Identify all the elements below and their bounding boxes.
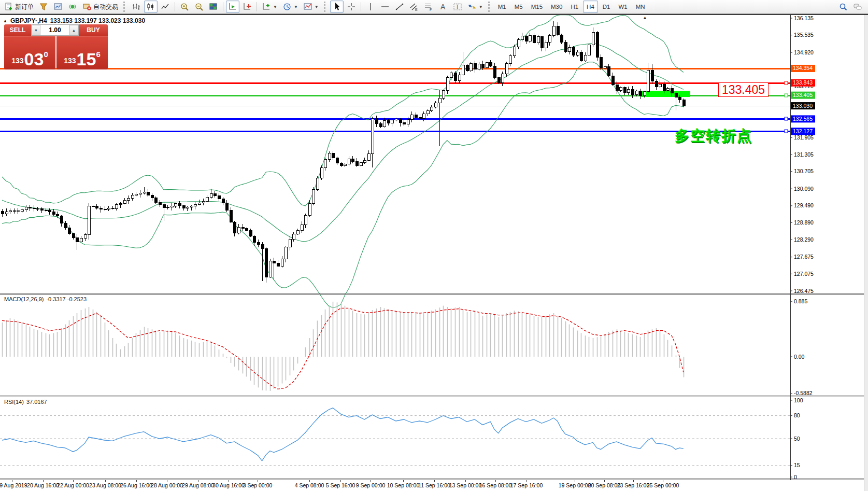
indicators-icon [262, 2, 271, 11]
metaeditor-button[interactable] [51, 1, 65, 13]
svg-text:3 Sep 00:00: 3 Sep 00:00 [243, 482, 273, 488]
svg-text:25 Sep 00:00: 25 Sep 00:00 [647, 482, 679, 488]
line-drag-handle[interactable] [785, 130, 788, 133]
indicators-button[interactable]: ▼ [260, 1, 279, 13]
toolbar-separator [488, 2, 491, 12]
svg-text:50: 50 [794, 436, 800, 442]
macd-values: -0.3317 -0.2523 [46, 296, 87, 302]
search-button[interactable] [836, 1, 850, 13]
rsi-indicator-label: RSI(14)37.0167 [4, 399, 50, 405]
arrows-button[interactable]: ▼ [465, 1, 485, 13]
equidistant-channel-button[interactable]: E [407, 1, 421, 13]
svg-text:128.290: 128.290 [794, 236, 814, 243]
sell-button[interactable]: SELL [4, 24, 31, 36]
chevron-down-icon[interactable]: ▼ [479, 5, 483, 9]
svg-text:20 Sep 08:00: 20 Sep 08:00 [588, 482, 621, 488]
text-button[interactable]: A [436, 1, 450, 13]
timeframe-m30-button[interactable]: M30 [547, 1, 566, 13]
time-axis: 19 Aug 201920 Aug 16:0022 Aug 00:0023 Au… [0, 480, 679, 488]
line-chart-icon [161, 2, 170, 11]
text-label-icon: T [453, 2, 462, 11]
chart-shift-button[interactable] [240, 1, 254, 13]
svg-text:131.905: 131.905 [794, 134, 814, 141]
volume-stepper: ▼ ▲ [31, 24, 79, 36]
bollinger-middle-band [2, 43, 684, 242]
zoom-out-button[interactable] [192, 1, 206, 13]
toolbar-separator [324, 2, 327, 12]
buy-button[interactable]: BUY [79, 24, 108, 36]
templates-icon [303, 2, 312, 11]
svg-text:T: T [456, 4, 459, 10]
svg-text:11 Sep 16:00: 11 Sep 16:00 [418, 482, 450, 488]
timeframe-w1-button[interactable]: W1 [615, 1, 631, 13]
line-drag-handle[interactable] [785, 94, 788, 97]
horizontal-line-objects[interactable] [0, 68, 790, 131]
volume-input[interactable] [40, 25, 69, 35]
timeframe-d1-button[interactable]: D1 [599, 1, 614, 13]
alerts-button[interactable] [66, 1, 79, 13]
vertical-line-button[interactable] [364, 1, 377, 13]
svg-text:A: A [440, 3, 446, 11]
volume-increase-button[interactable]: ▲ [69, 25, 78, 35]
chevron-down-icon[interactable]: ▼ [294, 5, 298, 9]
timeframe-m5-button[interactable]: M5 [511, 1, 527, 13]
volume-decrease-button[interactable]: ▼ [32, 25, 40, 35]
price-annotation-box[interactable]: 133.405 [718, 82, 769, 97]
line-drag-handle[interactable] [785, 117, 788, 120]
svg-text:26 Aug 16:00: 26 Aug 16:00 [120, 482, 152, 488]
crosshair-button[interactable] [345, 1, 358, 13]
timeframe-h1-button[interactable]: H1 [567, 1, 582, 13]
svg-text:134.920: 134.920 [794, 49, 814, 55]
cursor-button[interactable] [330, 1, 344, 13]
chart-shift-icon [243, 2, 252, 11]
turning-point-annotation[interactable]: 多空转折点 [675, 126, 752, 146]
tile-windows-button[interactable] [207, 1, 220, 13]
chevron-down-icon[interactable]: ▼ [273, 5, 277, 9]
price-axis-tags: 134.354133.843133.405133.030132.565132.1… [791, 65, 815, 135]
line-drag-handle[interactable] [785, 81, 788, 85]
cursor-icon [332, 2, 341, 11]
line-chart-button[interactable] [159, 1, 172, 13]
symbol-name: GBPJPY-,H4 [10, 17, 47, 24]
timeframe-mn-button[interactable]: MN [632, 1, 649, 13]
timeframe-m1-button[interactable]: M1 [494, 1, 510, 13]
candle-chart-button[interactable] [144, 1, 158, 13]
autotrading-icon [82, 2, 92, 11]
templates-button[interactable]: ▼ [301, 1, 321, 13]
periods-icon [282, 2, 292, 11]
svg-text:-0.5882: -0.5882 [794, 390, 813, 396]
svg-text:0.00: 0.00 [794, 354, 805, 360]
autotrading-button[interactable]: 自动交易 [80, 1, 120, 13]
trendline-button[interactable] [393, 1, 406, 13]
scroll-to-end-marker[interactable]: ▲ [643, 15, 647, 20]
svg-text:135.535: 135.535 [794, 32, 814, 38]
chevron-down-icon[interactable]: ▼ [315, 5, 319, 9]
buy-price-display[interactable]: 133 15 6 [56, 36, 108, 69]
svg-text:28 Aug 00:00: 28 Aug 00:00 [151, 482, 183, 488]
new-order-icon [4, 2, 13, 11]
timeframe-m15-button[interactable]: M15 [528, 1, 546, 13]
new-order-button[interactable]: 新订单 [2, 1, 36, 13]
timeframe-h4-button[interactable]: H4 [583, 1, 598, 13]
auto-scroll-button[interactable] [226, 1, 239, 13]
funnel-button[interactable] [37, 1, 50, 13]
svg-text:128.890: 128.890 [794, 219, 814, 226]
zoom-in-button[interactable] [178, 1, 191, 13]
horizontal-line-button[interactable] [378, 1, 392, 13]
fibonacci-button[interactable]: F [422, 1, 435, 13]
periods-button[interactable]: ▼ [280, 1, 300, 13]
bar-chart-icon [132, 2, 141, 11]
search-icon [838, 2, 848, 11]
svg-text:17 Sep 16:00: 17 Sep 16:00 [510, 482, 543, 488]
toolbar-separator [257, 2, 257, 11]
bollinger-lower-band [2, 62, 684, 308]
candle-chart-icon [146, 2, 155, 11]
svg-text:9 Sep 00:00: 9 Sep 00:00 [356, 482, 386, 488]
svg-text:20 Aug 16:00: 20 Aug 16:00 [27, 482, 59, 488]
text-label-button[interactable]: T [451, 1, 464, 13]
collapse-arrow-icon[interactable]: ▲ [3, 19, 7, 23]
bar-chart-button[interactable] [130, 1, 143, 13]
chat-button[interactable] [851, 1, 864, 13]
symbol-quote-line: ▲ GBPJPY-,H4 133.153 133.197 133.023 133… [3, 17, 145, 24]
sell-price-display[interactable]: 133 03 0 [4, 36, 55, 69]
